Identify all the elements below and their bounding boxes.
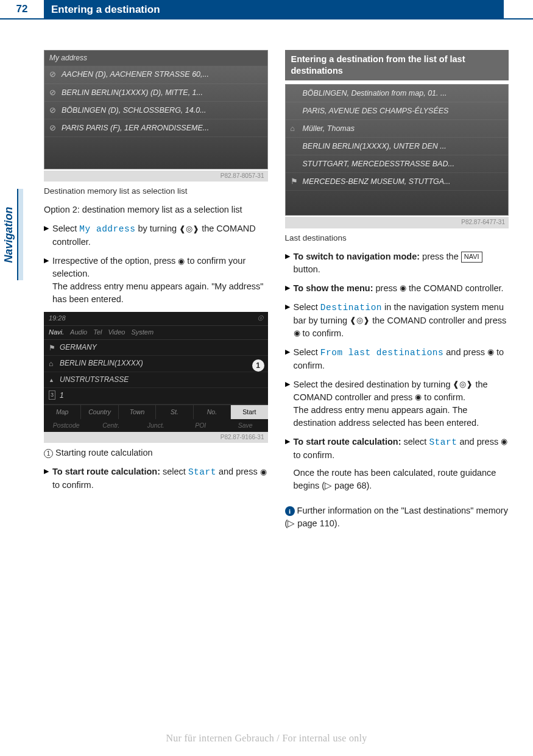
list-item: UNSTRUTSTRASSE [44,372,268,388]
text: to confirm. [52,480,94,490]
play-icon: ▶ [285,250,294,276]
content-area: My address AACHEN (D), AACHENER STRASSE … [0,19,533,536]
play-icon: ▶ [285,301,294,340]
bold-text: To switch to navigation mode: [294,252,420,261]
press-icon: ◉ [294,328,300,339]
paragraph: Option 2: destination memory list as a s… [44,203,268,216]
image-id: P82.87-6477-31 [285,217,509,228]
screenshot-header: My address [44,51,267,66]
list-item: BÖBLINGEN, Destination from map, 01. ... [286,85,509,102]
list-item: BÖBLINGEN (D), SCHLOSSBERG, 14.0... [44,102,267,119]
page-header: 72 Entering a destination [0,0,533,19]
text: The address entry menu appears again. "M… [52,281,263,304]
play-icon: ▶ [44,222,52,249]
play-icon: ▶ [44,255,52,306]
header-gap [504,0,533,19]
instruction-step: ▶ To start route calculation: select Sta… [44,465,268,492]
play-icon: ▶ [44,465,52,492]
text: to confirm. [422,392,465,402]
text: and press [216,467,260,476]
text: Select [294,302,320,312]
nav-button: Junct. [133,419,178,432]
nav-button: POI [178,419,224,432]
rotate-icon: ❰◎❱ [453,379,473,390]
info-icon: i [285,506,295,516]
image-id: P82.87-8057-31 [44,171,268,182]
callout-bubble: 1 [252,359,264,372]
press-icon: ◉ [501,436,507,448]
tab: Navi. [49,328,64,337]
nav-button-start: Start [231,405,267,419]
list-item: 1 [44,388,268,404]
legend: 1 Starting route calculation [44,447,268,459]
nav-topbar: 19:28⦾ [44,312,268,326]
caption: Last destinations [285,232,509,244]
text: button. [294,264,320,274]
tab: System [131,328,154,337]
nav-button: No. [194,405,231,419]
nav-button: Map [44,405,81,419]
text: the COMAND controller and press [370,316,506,325]
text: The address entry menu appears again. Th… [294,405,479,428]
press-icon: ◉ [178,256,185,267]
text: Further information on the "Last destina… [285,506,508,528]
press-icon: ◉ [487,347,494,358]
caption: Destination memory list as selection lis… [44,185,268,197]
nav-button: Town [119,405,156,419]
play-icon: ▶ [285,378,294,429]
press-icon: ◉ [400,283,406,294]
press-icon: ◉ [260,467,267,478]
circled-one-icon: 1 [44,449,53,458]
tab: Video [108,328,125,337]
tab: Tel [93,328,102,337]
text: Select [52,224,79,233]
navi-button-icon: NAVI [461,252,482,263]
text: and press [443,347,487,357]
instruction-step: ▶ To start route calculation: select Sta… [285,436,509,498]
cmd-text: Start [188,467,216,477]
text: press [373,283,400,293]
right-column: Entering a destination from the list of … [285,50,509,536]
screenshot-nav: 19:28⦾ Navi. Audio Tel Video System GERM… [44,312,268,432]
signal-icon: ⦾ [258,314,263,323]
screenshot-last-destinations: BÖBLINGEN, Destination from map, 01. ...… [285,84,509,216]
text: to confirm. [294,450,335,460]
screenshot-memory-list: My address AACHEN (D), AACHENER STRASSE … [44,50,268,169]
left-column: My address AACHEN (D), AACHENER STRASSE … [44,50,268,536]
cmd-text: Start [429,437,457,447]
tab: Audio [70,328,87,337]
text: Select [294,347,320,357]
text: select [401,437,429,447]
list-item: GERMANY [44,340,268,356]
watermark: Nur für internen Gebrauch / For internal… [0,733,533,744]
list-item: MERCEDES-BENZ MUSEUM, STUTTGA... [286,173,509,191]
bold-text: To start route calculation: [52,467,160,476]
nav-button: St. [156,405,193,419]
instruction-step: ▶ Select the desired destination by turn… [285,378,509,429]
page-title: Entering a destination [44,0,504,19]
list-item: BERLIN BERLIN(1XXXX), UNTER DEN ... [286,138,509,155]
side-tab-label: Navigation [2,207,15,263]
cmd-text: My address [79,224,135,234]
text: by turning [135,224,179,233]
text: and press [457,437,501,447]
bold-text: To start route calculation: [294,437,401,447]
nav-bottom-row: Map Country Town St. No. Start [44,404,268,419]
press-icon: ◉ [415,392,422,403]
text: to confirm. [300,328,344,338]
instruction-step: ▶ Select My address by turning ❰◎❱ the C… [44,222,268,249]
nav-button: Centr. [89,419,134,432]
nav-button: Save [223,419,268,432]
instruction-step: ▶ To show the menu: press ◉ the COMAND c… [285,282,509,295]
text: Starting route calculation [55,448,153,457]
list-item: BERLIN BERLIN(1XXXX) (D), MITTE, 1... [44,84,267,102]
list-item: STUTTGART, MERCEDESSTRASSE BAD... [286,155,509,173]
text: press the [420,252,461,261]
bold-text: To show the menu: [294,283,373,293]
page-number: 72 [0,0,44,19]
instruction-step: ▶ Select Destination in the navigation s… [285,301,509,340]
list-item: PARIS, AVENUE DES CHAMPS-ÉLYSÉES [286,102,509,120]
text: Select the desired destination by turnin… [294,380,453,389]
nav-button: Country [81,405,118,419]
instruction-step: ▶ Select From last destinations and pres… [285,346,509,372]
